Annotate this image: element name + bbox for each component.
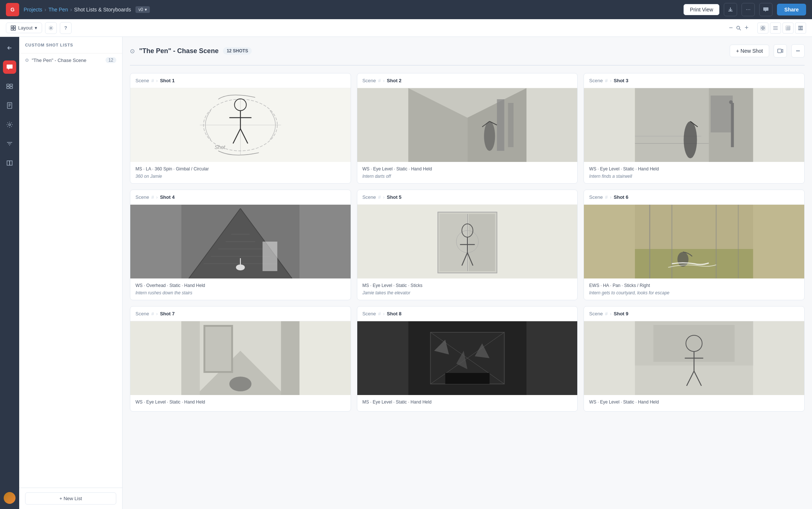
shot-card-3[interactable]: Scene # › Shot 3 WS · Eye Level · Static…	[584, 73, 805, 184]
breadcrumb-project[interactable]: The Pen	[48, 7, 68, 13]
minus-icon-button[interactable]	[791, 44, 805, 58]
minus-icon	[795, 48, 801, 54]
grid-small-icon	[761, 26, 765, 30]
shot-arrow-2: ›	[383, 78, 385, 83]
svg-point-97	[678, 252, 689, 267]
shot-card-footer-8: MS · Eye Level · Static · Hand Held	[357, 395, 578, 411]
shot-tags-3: WS · Eye Level · Static · Hand Held	[589, 166, 799, 172]
shot-card-1[interactable]: Scene # › Shot 1 Shot MS · LA · 360 Spin…	[130, 73, 351, 184]
zoom-controls: − +	[729, 24, 749, 32]
user-avatar[interactable]	[3, 491, 16, 505]
more-options-button[interactable]: ···	[742, 3, 755, 16]
chat-icon	[6, 64, 13, 70]
sidebar-script-button[interactable]	[3, 99, 16, 112]
shot-card-5[interactable]: Scene # › Shot 5 MS · Eye Level · Static…	[357, 190, 578, 300]
shot-desc-5: Jamie takes the elevator	[362, 290, 572, 295]
view-grid-large-button[interactable]	[782, 22, 794, 34]
shot-sidebar-footer: + New List	[19, 488, 122, 509]
breadcrumb-current: Shot Lists & Storyboards	[74, 7, 131, 13]
shot-name-2: Shot 2	[387, 78, 402, 83]
shot-arrow-4: ›	[156, 194, 158, 200]
svg-point-67	[684, 121, 697, 158]
sidebar-storyboard-button[interactable]	[3, 80, 16, 93]
zoom-icon	[736, 25, 742, 31]
sidebar-chat-button[interactable]	[3, 60, 16, 74]
shot-arrow-3: ›	[610, 78, 611, 83]
app-logo[interactable]: G	[6, 3, 19, 16]
settings-icon-button[interactable]	[45, 22, 57, 34]
svg-rect-27	[7, 84, 9, 86]
shot-count-badge: 12	[106, 57, 116, 63]
shot-image-5	[357, 205, 578, 278]
view-film-button[interactable]	[795, 22, 806, 34]
sidebar-book-button[interactable]	[3, 156, 16, 170]
shot-card-footer-6: EWS · HA · Pan · Sticks / Right Intern g…	[584, 278, 804, 300]
svg-rect-11	[761, 28, 763, 30]
grid-large-icon	[786, 26, 790, 30]
zoom-in-button[interactable]: +	[744, 24, 749, 32]
shot-name-3: Shot 3	[614, 78, 629, 83]
comments-button[interactable]	[759, 3, 773, 16]
zoom-out-button[interactable]: −	[729, 24, 733, 32]
shot-card-6[interactable]: Scene # › Shot 6 EWS · HA · Pan · Sticks…	[584, 190, 805, 300]
svg-line-49	[240, 129, 248, 143]
breadcrumb-projects[interactable]: Projects	[24, 7, 42, 13]
print-view-button[interactable]: Print View	[684, 4, 719, 15]
svg-rect-20	[799, 26, 800, 27]
new-list-button[interactable]: + New List	[25, 492, 116, 505]
shot-card-2[interactable]: Scene # › Shot 2 WS · Eye Level · Static…	[357, 73, 578, 184]
shot-arrow-8: ›	[383, 311, 385, 316]
gear-icon	[6, 121, 13, 128]
avatar-image	[4, 492, 16, 504]
scene-label-1: Scene	[135, 78, 149, 83]
shot-card-footer-2: WS · Eye Level · Static · Hand Held Inte…	[357, 162, 578, 183]
sidebar-settings-button[interactable]	[3, 118, 16, 131]
shot-arrow-9: ›	[610, 311, 611, 316]
svg-rect-54	[497, 99, 504, 151]
shot-card-footer-3: WS · Eye Level · Static · Hand Held Inte…	[584, 162, 804, 183]
shot-card-header-3: Scene # › Shot 3	[584, 73, 804, 88]
shot-card-4[interactable]: Scene # › Shot 4 WS · Overhead · Static …	[130, 190, 351, 300]
shot-image-1: Shot	[130, 88, 351, 162]
svg-rect-109	[445, 373, 489, 384]
scene-title: "The Pen" - Chase Scene	[139, 47, 219, 55]
scene-header: ⊙ "The Pen" - Chase Scene 12 SHOTS + New…	[130, 44, 805, 58]
help-icon-button[interactable]: ?	[60, 22, 72, 34]
layout-label: Layout	[18, 25, 32, 31]
shot-desc-3: Intern finds a stairwell	[589, 174, 799, 179]
shot-card-header-9: Scene # › Shot 9	[584, 307, 804, 321]
shot-image-7	[130, 321, 351, 395]
more-icon: ···	[746, 6, 750, 13]
shot-card-9[interactable]: Scene # › Shot 9 WS · Eye Level · Static…	[584, 306, 805, 412]
share-button[interactable]: Share	[777, 4, 806, 15]
svg-rect-5	[14, 28, 16, 30]
svg-line-48	[233, 129, 240, 143]
shot-image-6	[584, 205, 804, 278]
scene-icon-small: ⊙	[25, 58, 29, 63]
svg-line-8	[739, 29, 741, 30]
svg-rect-100	[181, 321, 200, 395]
shot-card-8[interactable]: Scene # › Shot 8 MS · Eye Level · Static…	[357, 306, 578, 412]
new-shot-button[interactable]: + New Shot	[730, 45, 769, 57]
svg-rect-80	[262, 242, 277, 271]
version-badge[interactable]: v0 ▾	[135, 6, 150, 13]
shot-list-item-chase-scene[interactable]: ⊙ "The Pen" - Chase Scene 12	[19, 53, 122, 67]
svg-rect-2	[11, 26, 13, 28]
sidebar-back-button[interactable]	[3, 41, 16, 55]
shot-card-7[interactable]: Scene # › Shot 7 WS · Eye Level · Static…	[130, 306, 351, 412]
view-grid-small-button[interactable]	[757, 22, 768, 34]
view-list-button[interactable]	[770, 22, 781, 34]
layout-button[interactable]: Layout ▾	[6, 22, 42, 33]
svg-rect-21	[801, 26, 802, 27]
scene-label-2: Scene	[362, 78, 376, 83]
breadcrumb-sep-2: ›	[70, 7, 72, 13]
shot-name-7: Shot 7	[160, 311, 175, 316]
content-divider	[130, 65, 805, 66]
export-icon-button[interactable]	[724, 3, 737, 16]
list-icon	[773, 26, 778, 30]
video-icon-button[interactable]	[774, 44, 787, 58]
shot-desc-1: 360 on Jamie	[135, 174, 345, 179]
shots-count-badge: 12 SHOTS	[223, 47, 252, 55]
shot-name-1: Shot 1	[160, 78, 175, 83]
sidebar-filters-button[interactable]	[3, 137, 16, 150]
